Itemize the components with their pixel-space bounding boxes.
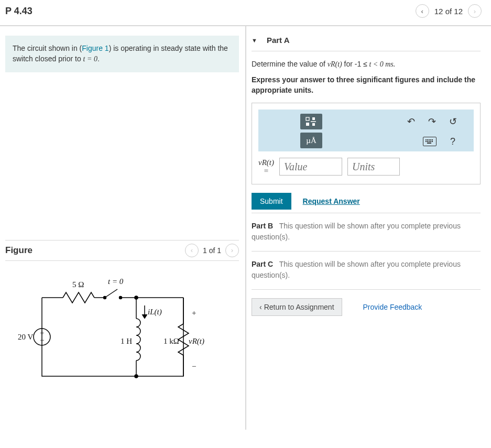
part-a-question: Determine the value of vR(t) for -1 ≤ t … [252, 59, 481, 70]
svg-text:t = 0: t = 0 [108, 277, 124, 286]
submit-button[interactable]: Submit [252, 193, 291, 210]
figure-body: + − 20 V 5 Ω t = 0 iL(t) 1 H 1 kΩ vR(t) … [5, 261, 239, 409]
chevron-left-icon: ‹ [259, 303, 262, 311]
svg-text:iL(t): iL(t) [148, 308, 162, 316]
undo-button[interactable]: ↶ [400, 114, 422, 129]
svg-rect-34 [432, 139, 433, 140]
svg-rect-29 [312, 123, 315, 126]
problem-prompt: The circuit shown in (Figure 1) is opera… [5, 36, 239, 72]
svg-rect-25 [306, 117, 309, 121]
provide-feedback-link[interactable]: Provide Feedback [363, 303, 422, 311]
part-b-msg: This question will be shown after you co… [252, 222, 461, 241]
svg-rect-28 [312, 117, 315, 120]
next-question-button: › [468, 4, 482, 18]
svg-rect-26 [306, 123, 309, 126]
svg-rect-37 [429, 141, 430, 142]
return-assignment-button[interactable]: ‹ Return to Assignment [252, 298, 342, 316]
units-input[interactable] [347, 158, 400, 176]
figure-nav-label: 1 of 1 [203, 246, 221, 255]
part-a-collapse-icon[interactable]: ▼ [252, 37, 257, 43]
svg-text:−: − [192, 362, 196, 370]
redo-button[interactable]: ↷ [421, 114, 443, 129]
svg-rect-39 [432, 141, 433, 142]
prev-question-button[interactable]: ‹ [416, 4, 429, 18]
part-c-locked: Part C This question will be shown after… [252, 251, 481, 289]
part-c-msg: This question will be shown after you co… [252, 260, 461, 279]
figure-header: Figure ‹ 1 of 1 › [5, 240, 239, 261]
svg-rect-35 [425, 141, 427, 142]
svg-text:1 H: 1 H [121, 337, 132, 345]
svg-text:5 Ω: 5 Ω [72, 280, 84, 289]
request-answer-link[interactable]: Request Answer [303, 197, 360, 205]
svg-rect-30 [425, 139, 427, 140]
left-column: The circuit shown in (Figure 1) is opera… [0, 26, 246, 430]
svg-text:vR(t): vR(t) [189, 337, 204, 346]
return-assignment-label: Return to Assignment [264, 303, 334, 311]
footer-row: ‹ Return to Assignment Provide Feedback [252, 289, 481, 316]
answer-inputs: vR(t) = [258, 158, 474, 176]
svg-rect-38 [430, 141, 431, 142]
template-icon [305, 117, 317, 126]
part-a-header: ▼ Part A [252, 36, 481, 51]
keyboard-button[interactable] [419, 134, 441, 149]
figure-prev-button: ‹ [185, 244, 199, 257]
svg-text:−: − [40, 336, 44, 344]
answer-lhs: vR(t) = [258, 158, 274, 176]
svg-rect-40 [427, 143, 431, 144]
circuit-diagram: + − 20 V 5 Ω t = 0 iL(t) 1 H 1 kΩ vR(t) … [10, 277, 210, 392]
part-b-title: Part B [252, 222, 273, 230]
answer-box: ↶ ↷ ↺ µÅ ? [252, 103, 481, 184]
value-input[interactable] [279, 158, 342, 176]
svg-rect-31 [427, 139, 428, 140]
template-button[interactable] [300, 114, 322, 129]
svg-rect-33 [430, 139, 431, 140]
question-nav: ‹ 12 of 12 › [416, 4, 482, 18]
part-b-locked: Part B This question will be shown after… [252, 213, 481, 251]
help-button[interactable]: ? [442, 134, 464, 149]
figure-nav: ‹ 1 of 1 › [185, 244, 239, 257]
svg-line-3 [105, 289, 117, 298]
svg-text:20 V: 20 V [18, 333, 33, 341]
units-symbol-label: µÅ [306, 136, 316, 145]
submit-row: Submit Request Answer [252, 193, 481, 210]
part-a-instruction: Express your answer to three significant… [252, 75, 481, 95]
units-symbol-button[interactable]: µÅ [300, 133, 322, 148]
question-nav-label: 12 of 12 [434, 7, 463, 16]
answer-toolbar: ↶ ↷ ↺ µÅ ? [258, 110, 474, 151]
figure-next-button: › [225, 244, 239, 257]
svg-rect-32 [429, 139, 430, 140]
figure-link[interactable]: Figure 1 [82, 44, 108, 52]
reset-button[interactable]: ↺ [442, 114, 464, 129]
svg-text:1 kΩ: 1 kΩ [163, 337, 179, 345]
top-bar: P 4.43 ‹ 12 of 12 › [0, 0, 491, 26]
figure-title: Figure [5, 245, 32, 256]
svg-rect-36 [427, 141, 428, 142]
right-column: ▼ Part A Determine the value of vR(t) fo… [246, 26, 491, 430]
question-title: P 4.43 [5, 6, 32, 17]
keyboard-icon [423, 137, 437, 146]
part-c-title: Part C [252, 260, 273, 268]
part-a-title: Part A [267, 36, 290, 45]
svg-text:+: + [192, 309, 196, 317]
